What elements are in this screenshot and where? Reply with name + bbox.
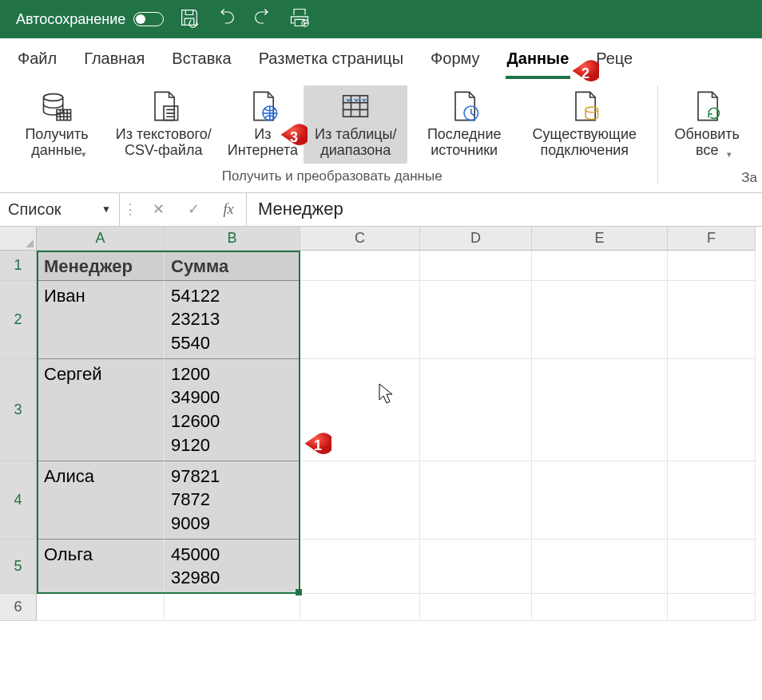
cell-b3[interactable]: 1200 34900 12600 9120 bbox=[165, 359, 300, 461]
cell-e2[interactable] bbox=[532, 281, 668, 359]
cell-c5[interactable] bbox=[300, 540, 420, 594]
col-header-c[interactable]: C bbox=[300, 227, 420, 251]
enter-icon[interactable]: ✓ bbox=[176, 193, 211, 226]
get-data-button[interactable]: Получить данные ▾ bbox=[16, 85, 97, 164]
cell-a5[interactable]: Ольга bbox=[37, 540, 165, 594]
cell-f4[interactable] bbox=[668, 461, 756, 540]
cell-c2[interactable] bbox=[300, 281, 420, 359]
row-header-5[interactable]: 5 bbox=[0, 540, 37, 594]
title-bar: Автосохранение bbox=[0, 0, 762, 38]
toggle-off-icon[interactable] bbox=[133, 12, 164, 26]
cell-a6[interactable] bbox=[37, 594, 165, 621]
row-header-2[interactable]: 2 bbox=[0, 281, 37, 359]
name-box[interactable]: Список ▼ bbox=[0, 193, 120, 226]
from-text-csv-label: Из текстового/ CSV-файла bbox=[112, 127, 216, 159]
col-header-d[interactable]: D bbox=[420, 227, 532, 251]
cell-c3[interactable] bbox=[300, 359, 420, 461]
tab-formulas[interactable]: Форму bbox=[429, 45, 481, 79]
autosave-toggle[interactable]: Автосохранение bbox=[16, 11, 164, 28]
separator-icon: ⋮ bbox=[120, 193, 141, 226]
select-all-corner[interactable] bbox=[0, 227, 37, 251]
cell-a4[interactable]: Алиса bbox=[37, 461, 165, 540]
tab-pagelayout[interactable]: Разметка страницы bbox=[257, 45, 405, 79]
cell-c1[interactable] bbox=[300, 251, 420, 281]
ribbon-tabs: Файл Главная Вставка Разметка страницы Ф… bbox=[0, 38, 762, 79]
from-web-button[interactable]: Из Интернета bbox=[229, 85, 296, 164]
from-table-range-label: Из таблицы/ диапазона bbox=[310, 127, 401, 159]
cell-e4[interactable] bbox=[532, 461, 668, 540]
database-icon bbox=[39, 89, 74, 124]
text-file-icon bbox=[146, 89, 181, 124]
cell-f2[interactable] bbox=[668, 281, 756, 359]
cell-d6[interactable] bbox=[420, 594, 532, 621]
cell-c4[interactable] bbox=[300, 461, 420, 540]
cell-f1[interactable] bbox=[668, 251, 756, 281]
redo-icon[interactable] bbox=[252, 6, 274, 33]
cell-e6[interactable] bbox=[532, 594, 668, 621]
cell-d5[interactable] bbox=[420, 540, 532, 594]
dropdown-icon: ▾ bbox=[727, 149, 732, 159]
ribbon: Получить данные ▾ Из текстового/ CSV-фай… bbox=[0, 79, 762, 193]
cells-area[interactable]: Менеджер Сумма Иван 54122 23213 5540 Сер… bbox=[37, 251, 756, 621]
web-file-icon bbox=[245, 89, 280, 124]
col-header-a[interactable]: A bbox=[37, 227, 165, 251]
col-header-b[interactable]: B bbox=[165, 227, 300, 251]
cell-d4[interactable] bbox=[420, 461, 532, 540]
cancel-icon[interactable]: ✕ bbox=[141, 193, 176, 226]
refresh-all-button[interactable]: Обновить все ▾ bbox=[668, 85, 746, 164]
cell-b4[interactable]: 97821 7872 9009 bbox=[165, 461, 300, 540]
connection-file-icon bbox=[567, 89, 602, 124]
formula-bar: Список ▼ ⋮ ✕ ✓ fx Менеджер bbox=[0, 193, 762, 227]
formula-value[interactable]: Менеджер bbox=[246, 193, 762, 226]
tab-file[interactable]: Файл bbox=[16, 45, 58, 79]
col-header-f[interactable]: F bbox=[668, 227, 756, 251]
cell-f5[interactable] bbox=[668, 540, 756, 594]
tab-data[interactable]: Данные bbox=[506, 45, 571, 79]
cell-e3[interactable] bbox=[532, 359, 668, 461]
from-web-label: Из Интернета bbox=[228, 127, 298, 159]
recent-file-icon bbox=[446, 89, 482, 124]
col-header-e[interactable]: E bbox=[532, 227, 668, 251]
existing-connections-button[interactable]: Существующие подключения bbox=[521, 85, 648, 164]
tab-home[interactable]: Главная bbox=[82, 45, 146, 79]
recent-sources-button[interactable]: Последние источники bbox=[415, 85, 513, 164]
cell-a2[interactable]: Иван bbox=[37, 281, 165, 359]
cell-d1[interactable] bbox=[420, 251, 532, 281]
tab-insert[interactable]: Вставка bbox=[170, 45, 232, 79]
svg-point-1 bbox=[43, 94, 62, 101]
group-get-transform: Получить данные ▾ Из текстового/ CSV-фай… bbox=[10, 85, 654, 192]
chevron-down-icon[interactable]: ▼ bbox=[101, 204, 111, 215]
cell-d3[interactable] bbox=[420, 359, 532, 461]
existing-connections-label: Существующие подключения bbox=[527, 127, 641, 159]
row-header-1[interactable]: 1 bbox=[0, 251, 37, 281]
cell-a3[interactable]: Сергей bbox=[37, 359, 165, 461]
cell-f6[interactable] bbox=[668, 594, 756, 621]
cell-a1[interactable]: Менеджер bbox=[37, 251, 165, 281]
table-icon bbox=[338, 89, 373, 124]
cell-b5[interactable]: 45000 32980 bbox=[165, 540, 300, 594]
undo-icon[interactable] bbox=[215, 6, 237, 33]
fx-icon[interactable]: fx bbox=[211, 193, 246, 226]
save-icon[interactable] bbox=[178, 6, 200, 33]
cell-e1[interactable] bbox=[532, 251, 668, 281]
cell-b2[interactable]: 54122 23213 5540 bbox=[165, 281, 300, 359]
print-icon[interactable] bbox=[288, 6, 311, 33]
cell-b1[interactable]: Сумма bbox=[165, 251, 300, 281]
cell-c6[interactable] bbox=[300, 594, 420, 621]
cell-e5[interactable] bbox=[532, 540, 668, 594]
group-connections: Обновить все ▾ bbox=[661, 85, 752, 192]
cell-b6[interactable] bbox=[165, 594, 300, 621]
quick-access-toolbar bbox=[178, 6, 311, 33]
svg-point-7 bbox=[585, 107, 597, 113]
row-header-6[interactable]: 6 bbox=[0, 594, 37, 621]
refresh-icon bbox=[689, 89, 724, 124]
from-text-csv-button[interactable]: Из текстового/ CSV-файла bbox=[105, 85, 222, 164]
cell-f3[interactable] bbox=[668, 359, 756, 461]
tab-review[interactable]: Реце bbox=[594, 45, 634, 79]
row-header-3[interactable]: 3 bbox=[0, 359, 37, 461]
cell-d2[interactable] bbox=[420, 281, 532, 359]
from-table-range-button[interactable]: Из таблицы/ диапазона bbox=[304, 85, 407, 164]
divider bbox=[657, 85, 658, 184]
row-header-4[interactable]: 4 bbox=[0, 461, 37, 540]
recent-sources-label: Последние источники bbox=[422, 127, 506, 159]
